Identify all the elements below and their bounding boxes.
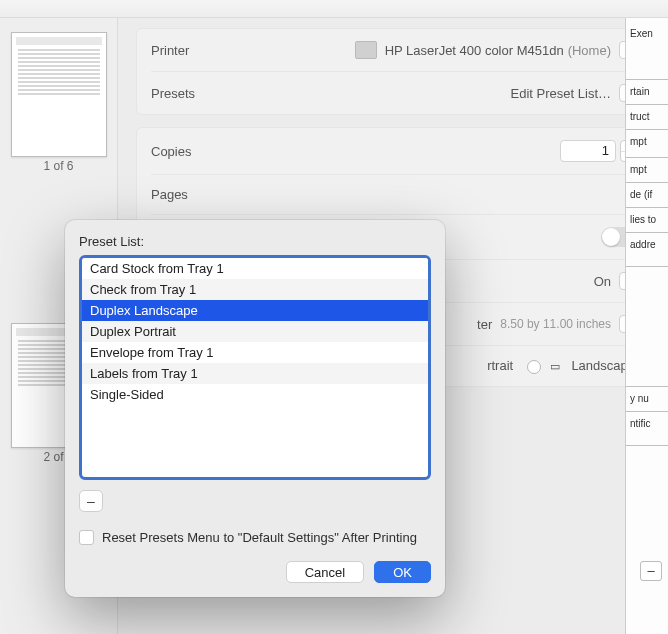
preset-item[interactable]: Labels from Tray 1 — [82, 363, 428, 384]
preset-item[interactable]: Duplex Landscape — [82, 300, 428, 321]
remove-preset-button[interactable]: – — [79, 490, 103, 512]
checkbox-icon[interactable] — [79, 530, 94, 545]
preset-item[interactable]: Duplex Portrait — [82, 321, 428, 342]
preset-item[interactable]: Card Stock from Tray 1 — [82, 258, 428, 279]
preset-item[interactable]: Single-Sided — [82, 384, 428, 405]
cancel-button[interactable]: Cancel — [286, 561, 364, 583]
reset-presets-label: Reset Presets Menu to "Default Settings"… — [102, 530, 417, 545]
preset-item[interactable]: Check from Tray 1 — [82, 279, 428, 300]
modal-title: Preset List: — [79, 234, 431, 249]
preset-list[interactable]: Card Stock from Tray 1Check from Tray 1D… — [79, 255, 431, 480]
preset-list-modal: Preset List: Card Stock from Tray 1Check… — [65, 220, 445, 597]
ok-button[interactable]: OK — [374, 561, 431, 583]
preset-item[interactable]: Envelope from Tray 1 — [82, 342, 428, 363]
reset-presets-checkbox-row[interactable]: Reset Presets Menu to "Default Settings"… — [79, 530, 431, 545]
